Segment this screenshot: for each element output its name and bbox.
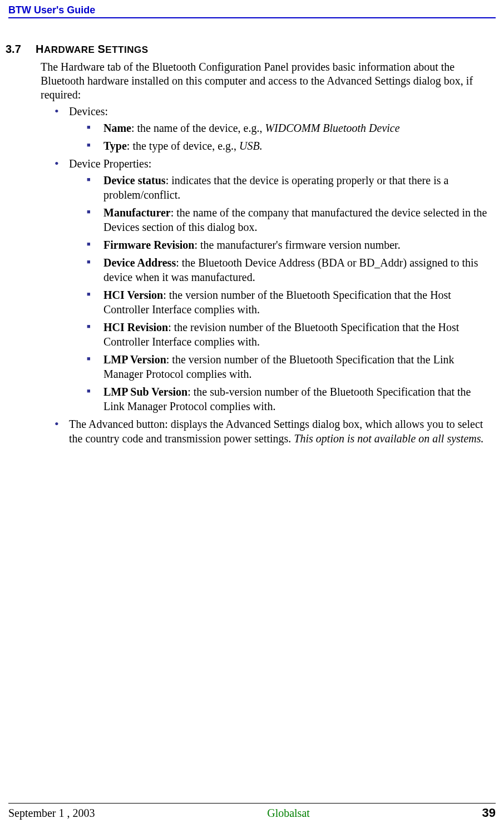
desc-type: : the type of device, e.g., (127, 140, 239, 152)
footer-divider (8, 803, 496, 804)
sub-lmp-version: LMP Version: the version number of the B… (87, 352, 493, 381)
footer-date: September 1 , 2003 (8, 807, 95, 820)
term-lmp-sub: LMP Sub Version (103, 386, 187, 398)
section-header: 3.7 HARDWARE SETTINGS (6, 43, 493, 56)
term-firmware: Firmware Revision (103, 239, 195, 251)
sub-lmp-sub: LMP Sub Version: the sub-version number … (87, 385, 493, 413)
page-content: 3.7 HARDWARE SETTINGS The Hardware tab o… (0, 21, 504, 446)
header-divider (8, 17, 496, 18)
term-name: Name (103, 122, 131, 134)
properties-label: Device Properties: (69, 157, 151, 170)
section-intro: The Hardware tab of the Bluetooth Config… (41, 60, 493, 102)
term-hci-version: HCI Version (103, 289, 163, 301)
header-title: BTW User's Guide (8, 4, 496, 16)
term-manufacturer: Manufacturer (103, 206, 171, 219)
section-title: HARDWARE SETTINGS (36, 43, 149, 56)
sub-device-address: Device Address: the Bluetooth Device Add… (87, 255, 493, 284)
desc-name: : the name of the device, e.g., (131, 122, 265, 134)
sub-manufacturer: Manufacturer: the name of the company th… (87, 205, 493, 234)
bullet-properties: Device Properties: Device status: indica… (55, 156, 493, 413)
term-device-address: Device Address (103, 257, 176, 269)
term-device-status: Device status (103, 174, 166, 186)
page-header: BTW User's Guide (0, 0, 504, 21)
example-name: WIDCOMM Bluetooth Device (265, 122, 399, 134)
example-type: USB. (239, 140, 263, 152)
term-type: Type (103, 140, 127, 152)
footer-row: September 1 , 2003 Globalsat 39 (8, 806, 496, 820)
sub-device-status: Device status: indicates that the device… (87, 173, 493, 202)
devices-label: Devices: (69, 105, 108, 117)
advanced-italic: This option is not available on all syst… (294, 432, 483, 445)
footer-page-number: 39 (482, 806, 496, 820)
footer-center: Globalsat (267, 807, 310, 820)
sub-type: Type: the type of device, e.g., USB. (87, 139, 493, 153)
sub-firmware: Firmware Revision: the manufacturer's fi… (87, 238, 493, 252)
section-number: 3.7 (6, 43, 36, 56)
sub-name: Name: the name of the device, e.g., WIDC… (87, 121, 493, 135)
term-hci-revision: HCI Revision (103, 321, 168, 333)
properties-sublist: Device status: indicates that the device… (87, 173, 493, 413)
page-footer: September 1 , 2003 Globalsat 39 (8, 803, 496, 820)
bullet-devices: Devices: Name: the name of the device, e… (55, 104, 493, 153)
term-lmp-version: LMP Version (103, 353, 166, 366)
bullet-advanced: The Advanced button: displays the Advanc… (55, 417, 493, 446)
devices-sublist: Name: the name of the device, e.g., WIDC… (87, 121, 493, 153)
desc-firmware: : the manufacturer's firmware version nu… (195, 239, 401, 251)
sub-hci-version: HCI Version: the version number of the B… (87, 288, 493, 317)
sub-hci-revision: HCI Revision: the revision number of the… (87, 320, 493, 349)
main-bullet-list: Devices: Name: the name of the device, e… (55, 104, 493, 446)
